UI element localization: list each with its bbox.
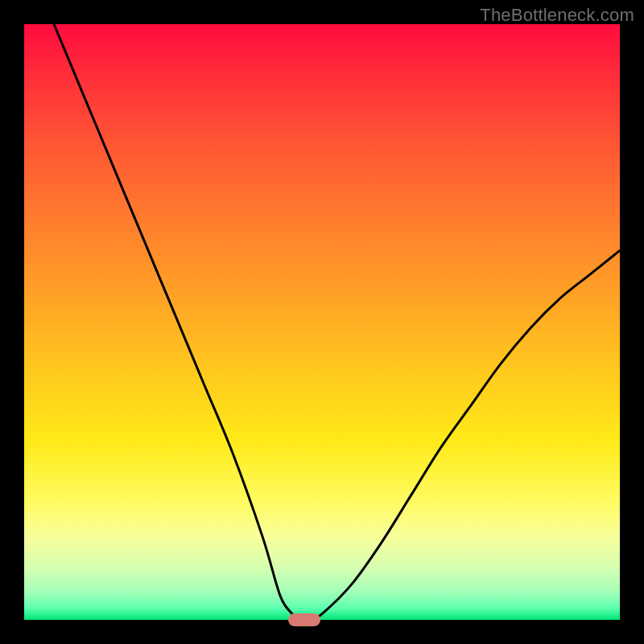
optimal-marker [288,613,320,626]
watermark-text: TheBottleneck.com [480,5,634,26]
chart-frame: TheBottleneck.com [0,0,644,644]
plot-area [24,24,620,620]
bottleneck-curve [24,24,620,620]
